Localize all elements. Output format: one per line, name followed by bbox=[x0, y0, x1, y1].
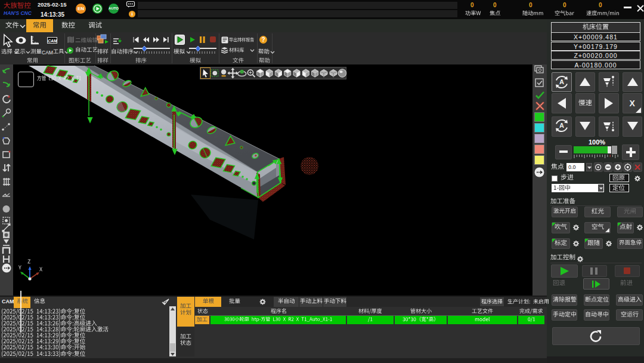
svg-text:A: A bbox=[559, 122, 564, 129]
svg-text:A: A bbox=[559, 78, 564, 85]
